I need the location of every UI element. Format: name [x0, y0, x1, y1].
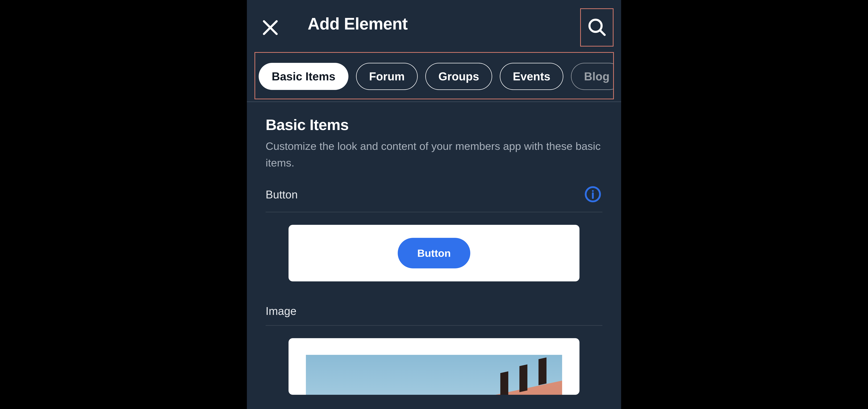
panel-header: Add Element — [247, 0, 621, 52]
close-icon — [261, 18, 280, 38]
tab-groups[interactable]: Groups — [425, 63, 492, 90]
section-description: Customize the look and content of your m… — [266, 138, 602, 171]
category-tabs-highlight: Basic Items Forum Groups Events Blog — [254, 52, 614, 99]
panel-content: Basic Items Customize the look and conte… — [247, 106, 621, 395]
sample-image — [306, 355, 562, 395]
panel-title: Add Element — [308, 14, 408, 33]
element-label-button: Button — [266, 188, 298, 201]
element-preview-button[interactable]: Button — [288, 225, 580, 281]
sample-button: Button — [398, 238, 470, 269]
tab-forum[interactable]: Forum — [356, 63, 418, 90]
element-row-header: Button — [266, 185, 602, 212]
search-icon — [586, 17, 607, 38]
svg-line-3 — [600, 30, 604, 35]
info-button[interactable] — [583, 185, 602, 204]
element-row-button: Button Button — [266, 185, 602, 281]
element-preview-image[interactable] — [288, 338, 580, 395]
close-button[interactable] — [259, 17, 282, 39]
element-label-image: Image — [266, 305, 297, 317]
tab-blog[interactable]: Blog — [571, 63, 614, 90]
svg-point-5 — [592, 190, 594, 192]
info-icon — [584, 185, 602, 204]
search-button[interactable] — [580, 8, 614, 46]
tab-events[interactable]: Events — [500, 63, 563, 90]
section-title: Basic Items — [266, 116, 602, 134]
category-tabs[interactable]: Basic Items Forum Groups Events Blog — [259, 63, 614, 90]
element-row-image: Image — [266, 305, 602, 395]
tab-basic-items[interactable]: Basic Items — [259, 63, 348, 90]
tabs-divider — [247, 101, 621, 102]
element-row-header: Image — [266, 305, 602, 326]
add-element-panel: Add Element Basic Items Forum Groups Eve… — [247, 0, 621, 409]
